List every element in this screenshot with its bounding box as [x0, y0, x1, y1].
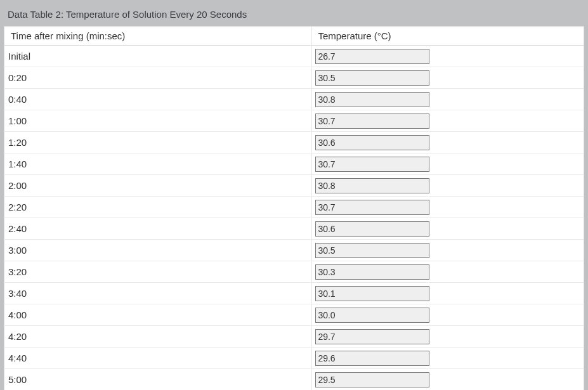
temperature-input[interactable]	[315, 286, 429, 301]
temperature-input[interactable]	[315, 264, 429, 280]
temperature-input[interactable]	[315, 308, 429, 323]
table-row: 4:00	[4, 304, 584, 326]
time-cell: 3:20	[4, 261, 311, 283]
time-cell: 3:40	[4, 283, 311, 304]
table-title: Data Table 2: Temperature of Solution Ev…	[4, 4, 584, 26]
temperature-cell	[311, 197, 584, 218]
data-table-wrapper: Time after mixing (min:sec) Temperature …	[4, 26, 584, 390]
table-row: 2:40	[4, 218, 584, 240]
temperature-input[interactable]	[315, 157, 429, 172]
temperature-cell	[311, 89, 584, 110]
temperature-input[interactable]	[315, 49, 429, 64]
time-cell: 2:20	[4, 197, 311, 218]
table-row: 1:40	[4, 153, 584, 175]
temperature-input[interactable]	[315, 178, 429, 193]
temperature-cell	[311, 67, 584, 89]
time-cell: Initial	[4, 46, 311, 67]
time-cell: 1:40	[4, 153, 311, 175]
temperature-cell	[311, 46, 584, 67]
temperature-input[interactable]	[315, 114, 429, 129]
temperature-cell	[311, 326, 584, 348]
table-row: 1:00	[4, 110, 584, 132]
temperature-cell	[311, 369, 584, 391]
data-table: Time after mixing (min:sec) Temperature …	[4, 26, 584, 390]
temperature-input[interactable]	[315, 243, 429, 258]
header-temperature: Temperature (°C)	[311, 27, 584, 46]
time-cell: 1:00	[4, 110, 311, 132]
table-row: 4:40	[4, 348, 584, 369]
temperature-input[interactable]	[315, 351, 429, 366]
temperature-cell	[311, 132, 584, 153]
temperature-cell	[311, 283, 584, 304]
temperature-cell	[311, 261, 584, 283]
table-header-row: Time after mixing (min:sec) Temperature …	[4, 27, 584, 46]
temperature-cell	[311, 304, 584, 326]
table-row: 0:20	[4, 67, 584, 89]
time-cell: 4:00	[4, 304, 311, 326]
header-time: Time after mixing (min:sec)	[4, 27, 311, 46]
table-row: 3:20	[4, 261, 584, 283]
table-row: 4:20	[4, 326, 584, 348]
temperature-cell	[311, 240, 584, 261]
table-row: 2:00	[4, 175, 584, 197]
temperature-cell	[311, 153, 584, 175]
time-cell: 3:00	[4, 240, 311, 261]
temperature-input[interactable]	[315, 221, 429, 237]
time-cell: 0:40	[4, 89, 311, 110]
table-row: Initial	[4, 46, 584, 67]
temperature-cell	[311, 218, 584, 240]
temperature-input[interactable]	[315, 372, 429, 387]
table-row: 1:20	[4, 132, 584, 153]
time-cell: 2:00	[4, 175, 311, 197]
table-row: 3:00	[4, 240, 584, 261]
table-row: 2:20	[4, 197, 584, 218]
table-row: 5:00	[4, 369, 584, 391]
time-cell: 4:20	[4, 326, 311, 348]
time-cell: 1:20	[4, 132, 311, 153]
temperature-input[interactable]	[315, 200, 429, 215]
table-row: 3:40	[4, 283, 584, 304]
temperature-cell	[311, 110, 584, 132]
time-cell: 5:00	[4, 369, 311, 391]
table-row: 0:40	[4, 89, 584, 110]
temperature-input[interactable]	[315, 135, 429, 150]
temperature-input[interactable]	[315, 70, 429, 86]
temperature-input[interactable]	[315, 329, 429, 344]
time-cell: 4:40	[4, 348, 311, 369]
time-cell: 0:20	[4, 67, 311, 89]
temperature-cell	[311, 175, 584, 197]
time-cell: 2:40	[4, 218, 311, 240]
temperature-input[interactable]	[315, 92, 429, 107]
temperature-cell	[311, 348, 584, 369]
